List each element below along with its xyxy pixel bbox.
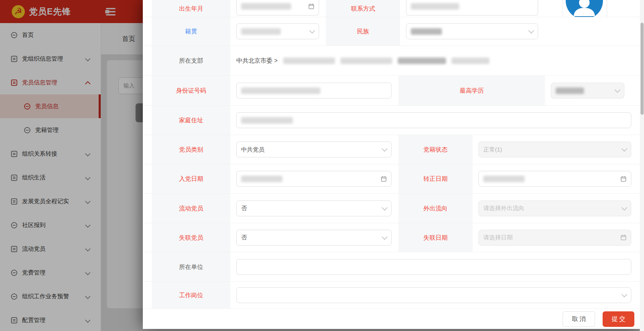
field-label-job-position: 工作岗位 bbox=[179, 291, 203, 299]
field-label-join-date: 入党日期 bbox=[179, 175, 203, 183]
lost-date-input: 请选择日期 bbox=[478, 230, 631, 246]
member-type-select[interactable]: 中共党员 bbox=[236, 142, 392, 157]
outflow-select: 请选择外出流向 bbox=[478, 200, 631, 216]
chevron-down-icon bbox=[528, 28, 534, 34]
join-date-input[interactable] bbox=[236, 171, 392, 187]
redacted-value bbox=[241, 176, 283, 182]
mobile-member-select[interactable]: 否 bbox=[236, 200, 392, 216]
job-position-select[interactable] bbox=[236, 287, 631, 303]
field-label-education: 最高学历 bbox=[460, 86, 484, 95]
field-label-work-unit: 所在单位 bbox=[179, 263, 203, 271]
redacted-value bbox=[241, 117, 293, 124]
redacted-value bbox=[340, 58, 392, 64]
calendar-icon bbox=[621, 176, 626, 182]
native-place-select[interactable] bbox=[236, 23, 319, 39]
modal-scrollbar[interactable] bbox=[640, 0, 644, 331]
calendar-icon bbox=[381, 176, 387, 182]
field-label-lost-date: 失联日期 bbox=[424, 234, 448, 242]
field-label-member-type: 党员类别 bbox=[179, 145, 203, 154]
redacted-value bbox=[241, 3, 291, 10]
contact-input[interactable] bbox=[406, 0, 538, 15]
branch-value: 中共北京市委 > bbox=[230, 46, 640, 75]
field-label-confirm-date: 转正日期 bbox=[424, 175, 448, 183]
cancel-button[interactable]: 取消 bbox=[563, 311, 595, 327]
field-label-native-place: 籍贯 bbox=[185, 27, 197, 35]
field-label-contact: 联系方式 bbox=[351, 4, 375, 13]
chevron-down-icon bbox=[615, 87, 621, 93]
id-number-input[interactable] bbox=[236, 83, 392, 99]
membership-status-select: 正常(1) bbox=[478, 142, 631, 157]
avatar-upload[interactable] bbox=[545, 0, 631, 17]
ethnicity-select[interactable] bbox=[406, 23, 538, 39]
work-unit-input[interactable] bbox=[236, 259, 631, 275]
field-label-birth: 出生年月 bbox=[179, 4, 203, 13]
field-label-membership-status: 党籍状态 bbox=[424, 145, 448, 154]
field-label-id-number: 身份证号码 bbox=[176, 86, 206, 95]
redacted-value bbox=[398, 58, 446, 64]
calendar-icon bbox=[621, 235, 626, 240]
education-select[interactable] bbox=[551, 83, 624, 99]
redacted-value bbox=[411, 3, 459, 10]
field-label-lost-member: 失联党员 bbox=[179, 234, 203, 242]
field-label-outflow: 外出流向 bbox=[424, 204, 448, 213]
chevron-down-icon bbox=[382, 205, 388, 210]
screen: ☭ 党员E先锋 首页 党组织信息管理 党员信息管理 党员信息 党籍管理 组 bbox=[0, 0, 644, 331]
chevron-down-icon bbox=[622, 146, 627, 152]
confirm-date-input[interactable] bbox=[478, 171, 631, 187]
member-edit-modal: 出生年月 联系方式 bbox=[143, 0, 640, 329]
chevron-down-icon bbox=[309, 28, 315, 34]
redacted-value bbox=[283, 58, 335, 64]
calendar-icon bbox=[308, 3, 314, 9]
redacted-value bbox=[452, 58, 489, 64]
redacted-value bbox=[556, 87, 584, 94]
field-label-mobile-member: 流动党员 bbox=[179, 204, 203, 213]
chevron-down-icon bbox=[382, 234, 388, 240]
field-label-branch: 所在支部 bbox=[179, 56, 203, 65]
chevron-down-icon bbox=[622, 205, 627, 210]
chevron-down-icon bbox=[622, 291, 627, 297]
redacted-value bbox=[241, 87, 320, 94]
redacted-value bbox=[411, 28, 442, 35]
modal-footer: 取消 提交 bbox=[143, 308, 640, 329]
redacted-value bbox=[241, 28, 281, 35]
field-label-home-address: 家庭住址 bbox=[179, 116, 203, 124]
lost-member-select[interactable]: 否 bbox=[236, 230, 392, 246]
scrollbar-thumb[interactable] bbox=[641, 23, 644, 115]
submit-button[interactable]: 提交 bbox=[603, 311, 634, 327]
home-address-input[interactable] bbox=[236, 112, 631, 128]
chevron-down-icon bbox=[382, 146, 388, 152]
field-label-ethnicity: 民族 bbox=[357, 27, 369, 35]
birth-date-input[interactable] bbox=[236, 0, 319, 15]
redacted-value bbox=[483, 176, 525, 182]
